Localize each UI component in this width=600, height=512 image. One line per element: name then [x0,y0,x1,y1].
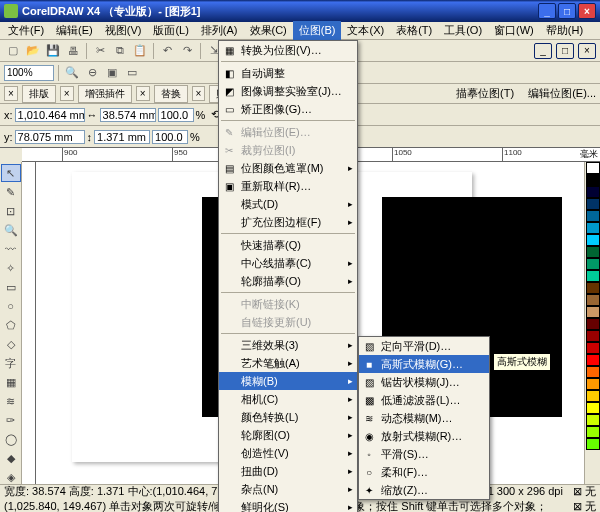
menu-item[interactable]: ▩低通滤波器(L)… [359,391,489,409]
menu-11[interactable]: 帮助(H) [540,21,589,40]
swatch[interactable] [586,282,600,294]
doc-max-button[interactable]: □ [556,43,574,59]
blur-submenu[interactable]: ▧定向平滑(D)…■高斯式模糊(G)…▨锯齿状模糊(J)…▩低通滤波器(L)…≋… [358,336,490,500]
swatch[interactable] [586,402,600,414]
open-icon[interactable]: 📂 [24,42,42,60]
blend-tool-icon[interactable]: ≋ [1,392,21,410]
w-input[interactable] [100,108,156,122]
menu-item[interactable]: ◉放射式模糊(R)… [359,427,489,445]
menu-5[interactable]: 效果(C) [244,21,293,40]
menu-item[interactable]: 创造性(V) [219,444,357,462]
basic-shapes-icon[interactable]: ◇ [1,335,21,353]
freehand-tool-icon[interactable]: 〰 [1,240,21,258]
menu-item[interactable]: 三维效果(3) [219,336,357,354]
menu-item[interactable]: ◦平滑(S)… [359,445,489,463]
bitmap-menu[interactable]: ▦转换为位图(V)…◧自动调整◩图像调整实验室(J)…▭矫正图像(G)…✎编辑位… [218,40,358,512]
menu-item[interactable]: 鲜明化(S) [219,498,357,512]
h-input[interactable] [94,130,150,144]
swatch[interactable] [586,390,600,402]
menu-item[interactable]: 快速描摹(Q) [219,236,357,254]
smart-tool-icon[interactable]: ✧ [1,259,21,277]
rectangle-tool-icon[interactable]: ▭ [1,278,21,296]
menu-item[interactable]: ▣重新取样(R)… [219,177,357,195]
swatch[interactable] [586,246,600,258]
ellipse-tool-icon[interactable]: ○ [1,297,21,315]
swatch[interactable] [586,258,600,270]
menu-3[interactable]: 版面(L) [147,21,194,40]
swatch[interactable] [586,414,600,426]
menu-item[interactable]: 扩充位图边框(F) [219,213,357,231]
swatch[interactable] [586,210,600,222]
menu-item[interactable]: ▤位图颜色遮罩(M) [219,159,357,177]
outline-tool-icon[interactable]: ◯ [1,430,21,448]
copy-icon[interactable]: ⧉ [111,42,129,60]
menu-6[interactable]: 位图(B) [293,21,342,40]
close-tab-button[interactable]: × [192,86,206,101]
menu-item[interactable]: 杂点(N) [219,480,357,498]
swatch[interactable] [586,294,600,306]
menu-item[interactable]: 模式(D) [219,195,357,213]
menu-1[interactable]: 编辑(E) [50,21,99,40]
swatch[interactable] [586,426,600,438]
zoom-out-icon[interactable]: ⊖ [83,64,101,82]
eyedropper-icon[interactable]: ✑ [1,411,21,429]
swatch[interactable] [586,270,600,282]
menu-7[interactable]: 文本(X) [341,21,390,40]
menu-item[interactable]: 轮廓图(O) [219,426,357,444]
menu-item[interactable]: ✦缩放(Z)… [359,481,489,499]
menu-item[interactable]: 相机(C) [219,390,357,408]
swatch[interactable] [586,330,600,342]
close-tab-button[interactable]: × [136,86,150,101]
shape-tool-icon[interactable]: ✎ [1,183,21,201]
sy-input[interactable] [152,130,188,144]
swatch[interactable] [586,318,600,330]
swatch[interactable] [586,342,600,354]
pick-tool-icon[interactable]: ↖ [1,164,21,182]
swatch[interactable] [586,222,600,234]
menu-item[interactable]: 轮廓描摹(O) [219,272,357,290]
menu-item[interactable]: ◩图像调整实验室(J)… [219,82,357,100]
menu-item[interactable]: 中心线描摹(C) [219,254,357,272]
close-button[interactable]: × [578,3,596,19]
swatch[interactable] [586,366,600,378]
swatch[interactable] [586,354,600,366]
redo-icon[interactable]: ↷ [178,42,196,60]
menu-10[interactable]: 窗口(W) [488,21,540,40]
sx-input[interactable] [158,108,194,122]
zoom-fit-icon[interactable]: ▣ [103,64,121,82]
menu-item[interactable]: 模糊(B) [219,372,357,390]
swatch[interactable] [586,198,600,210]
tab-layout[interactable]: 排版 [22,85,56,103]
menu-item[interactable]: ▦转换为位图(V)… [219,41,357,59]
text-tool-icon[interactable]: 字 [1,354,21,372]
polygon-tool-icon[interactable]: ⬠ [1,316,21,334]
cut-icon[interactable]: ✂ [91,42,109,60]
menu-item[interactable]: ▭矫正图像(G)… [219,100,357,118]
menu-2[interactable]: 视图(V) [99,21,148,40]
fill-tool-icon[interactable]: ◆ [1,449,21,467]
save-icon[interactable]: 💾 [44,42,62,60]
swatch[interactable] [586,162,600,174]
swatch[interactable] [586,234,600,246]
menu-item[interactable]: ≋动态模糊(M)… [359,409,489,427]
crop-tool-icon[interactable]: ⊡ [1,202,21,220]
menu-item[interactable]: ○柔和(F)… [359,463,489,481]
close-tab-button[interactable]: × [60,86,74,101]
trace-bitmap-button[interactable]: 描摹位图(T) [456,86,514,101]
edit-bitmap-button[interactable]: 编辑位图(E)... [528,86,596,101]
minimize-button[interactable]: _ [538,3,556,19]
zoom-page-icon[interactable]: ▭ [123,64,141,82]
new-icon[interactable]: ▢ [4,42,22,60]
swatch[interactable] [586,378,600,390]
menu-4[interactable]: 排列(A) [195,21,244,40]
y-input[interactable] [15,130,85,144]
menu-item[interactable]: ◧自动调整 [219,64,357,82]
close-tab-button[interactable]: × [4,86,18,101]
doc-min-button[interactable]: _ [534,43,552,59]
menu-0[interactable]: 文件(F) [2,21,50,40]
zoom-tool-icon[interactable]: 🔍 [1,221,21,239]
zoom-in-icon[interactable]: 🔍 [63,64,81,82]
zoom-input[interactable] [4,65,54,81]
tab-enhance[interactable]: 增强插件 [78,85,132,103]
swatch[interactable] [586,306,600,318]
